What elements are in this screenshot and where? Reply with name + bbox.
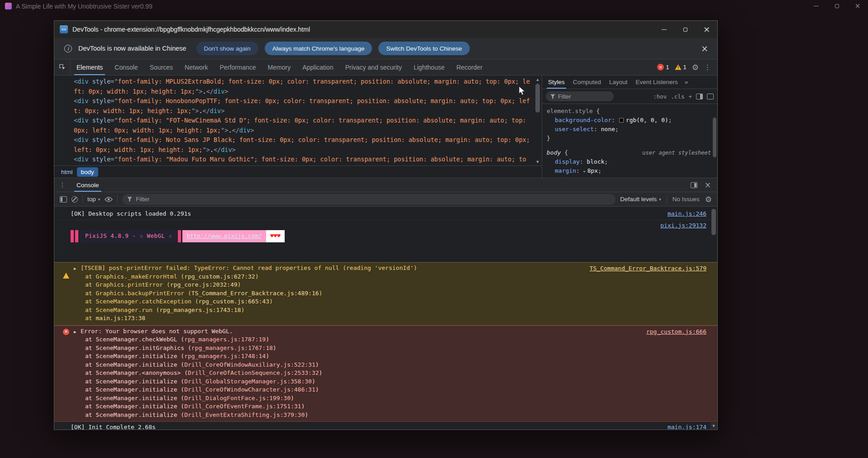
dom-node[interactable]: <div style="font-family: Noto Sans JP Bl… — [74, 135, 531, 155]
tab-memory[interactable]: Memory — [262, 59, 297, 75]
default-levels-dropdown[interactable]: Default levels▾ — [620, 196, 661, 203]
source-location-link[interactable]: main.js:174 — [668, 423, 706, 430]
more-options-icon[interactable]: ⋮ — [704, 63, 711, 71]
console-scrollbar[interactable]: ▼ — [711, 207, 717, 429]
switch-to-chinese-button[interactable]: Switch DevTools to Chinese — [378, 42, 469, 55]
stack-frame-link[interactable]: rpg_custom.js:665:43 — [198, 298, 269, 305]
css-rule[interactable]: element.style {background-color: rgb(0, … — [547, 107, 712, 143]
stack-frame-link[interactable]: rpg_custom.js:627:32 — [184, 273, 255, 280]
os-close-button[interactable]: × — [847, 0, 868, 12]
toggle-hover-state[interactable]: :hov — [653, 93, 667, 100]
tab-privacy-and-security[interactable]: Privacy and security — [339, 59, 408, 75]
stack-frame-link[interactable]: rpg_managers.js:1767:18 — [191, 345, 273, 351]
css-property[interactable]: user-select: none; — [547, 125, 712, 134]
error-icon: ✕ — [657, 64, 664, 71]
css-property[interactable]: background-color: rgb(0, 0, 0); — [547, 116, 712, 125]
stack-frame-link[interactable]: Drill_CoreOfWindowAuxiliary.js:522:31 — [184, 361, 315, 368]
tab-performance[interactable]: Performance — [214, 59, 262, 75]
source-location-link[interactable]: rpg_custom.js:666 — [646, 328, 706, 336]
match-language-button[interactable]: Always match Chrome's language — [265, 42, 372, 55]
console-sidebar-icon[interactable] — [60, 196, 67, 203]
breadcrumb-html[interactable]: html — [59, 168, 75, 176]
console-drawer: ⋮ Console × top▾ — [54, 178, 717, 430]
tab-application[interactable]: Application — [296, 59, 339, 75]
stack-frame-link[interactable]: Drill_DialogFontFace.js:199:30 — [184, 395, 291, 401]
stack-frame-link[interactable]: Drill_EventExtraShifting.js:379:30 — [184, 411, 305, 418]
tab-lighthouse[interactable]: Lighthouse — [408, 59, 451, 75]
breadcrumb-body[interactable]: body — [77, 167, 98, 177]
issues-counter[interactable]: No Issues — [672, 196, 700, 203]
filter-funnel-icon — [550, 94, 555, 99]
live-expression-eye-icon[interactable] — [105, 197, 113, 202]
stack-frame-link[interactable]: main.js:173:38 — [95, 315, 145, 321]
devtools-close-button[interactable]: × — [696, 21, 717, 38]
styles-tab-layout[interactable]: Layout — [605, 76, 632, 89]
color-swatch[interactable] — [619, 118, 624, 123]
scroll-down-icon[interactable]: ▼ — [534, 159, 541, 165]
infobar-close-icon[interactable]: × — [698, 43, 711, 53]
scroll-down-icon[interactable]: ▼ — [711, 422, 717, 429]
tab-elements[interactable]: Elements — [71, 59, 109, 75]
stack-frame-link[interactable]: rpg_managers.js:1787:19 — [184, 336, 266, 343]
dont-show-again-button[interactable]: Don't show again — [196, 42, 258, 55]
styles-scrollbar[interactable] — [712, 106, 717, 176]
drawer-tab-console[interactable]: Console — [71, 178, 105, 192]
new-style-rule-button[interactable]: + — [688, 93, 692, 100]
warning-count-badge[interactable]: 1 — [675, 64, 687, 71]
source-location-link[interactable]: main.js:246 — [668, 210, 706, 218]
console-settings-gear-icon[interactable]: ⚙ — [705, 195, 712, 204]
tab-overflow-icon[interactable]: » — [682, 76, 691, 89]
expand-arrow-icon[interactable]: ▶ — [74, 328, 76, 336]
stack-frame-link[interactable]: Drill_GlobalStorageManager.js:358:30 — [184, 378, 312, 385]
dom-node[interactable]: <div style="font-family: "Madou Futo Mar… — [74, 155, 531, 165]
css-property[interactable]: margin: ▸8px; — [547, 166, 712, 176]
warning-icon — [675, 64, 682, 70]
drawer-close-icon[interactable]: × — [705, 180, 711, 189]
tab-network[interactable]: Network — [179, 59, 214, 75]
pixijs-url-link[interactable]: http://www.pixijs.com/ — [187, 232, 262, 241]
css-property[interactable]: display: block; — [547, 157, 712, 166]
console-filter-input[interactable]: Filter — [122, 194, 615, 205]
devtools-maximize-button[interactable] — [675, 21, 696, 38]
styles-tab-styles[interactable]: Styles — [544, 76, 569, 89]
clear-console-icon[interactable] — [72, 196, 78, 203]
inspect-element-icon[interactable] — [54, 59, 71, 75]
breadcrumb: htmlbody — [54, 165, 542, 178]
expand-arrow-icon[interactable]: ▶ — [74, 264, 76, 273]
stack-frame-link[interactable]: Drill_CoreOfActionSequence.js:2533:32 — [188, 369, 319, 376]
context-selector[interactable]: top▾ — [87, 196, 100, 203]
dom-node[interactable]: <div style="font-family: "FOT-NewCinemaA… — [74, 116, 531, 135]
stack-frame-link[interactable]: rpg_managers.js:1743:18 — [159, 307, 241, 313]
devtools-minimize-button[interactable] — [653, 21, 675, 38]
os-minimize-button[interactable] — [806, 0, 826, 12]
tab-recorder[interactable]: Recorder — [450, 59, 488, 75]
scroll-up-icon[interactable]: ▲ — [534, 76, 541, 82]
css-rule[interactable]: body {user agent stylesheetdisplay: bloc… — [547, 148, 712, 178]
styles-tab-computed[interactable]: Computed — [569, 76, 605, 89]
styles-filter-input[interactable]: Filter — [546, 91, 614, 101]
dock-side-icon[interactable] — [691, 182, 697, 188]
source-location-link[interactable]: TS_Command_Error_Backtrace.js:579 — [590, 264, 706, 273]
tab-sources[interactable]: Sources — [144, 59, 179, 75]
os-maximize-button[interactable] — [826, 0, 847, 12]
tab-console[interactable]: Console — [109, 59, 143, 75]
expand-shorthand-icon[interactable]: ▸ — [583, 169, 586, 174]
layout-pane-icon[interactable] — [696, 94, 703, 99]
drawer-menu-icon[interactable]: ⋮ — [54, 178, 71, 192]
elements-scrollbar[interactable]: ▲ ▼ — [534, 76, 541, 165]
source-location-link[interactable]: pixi.js:29132 — [660, 222, 706, 230]
computed-pane-icon[interactable] — [707, 94, 714, 99]
stack-frame-link[interactable]: Drill_CoreOfWindowCharacter.js:486:31 — [184, 386, 315, 393]
toggle-classes[interactable]: .cls — [671, 93, 684, 100]
settings-gear-icon[interactable]: ⚙ — [692, 63, 699, 72]
pixijs-hearts: ♥♥♥ — [266, 230, 285, 242]
styles-tab-event-listeners[interactable]: Event Listeners — [632, 76, 682, 89]
dom-node[interactable]: <div style="font-family: HonobonoPopTTF;… — [74, 96, 531, 116]
stack-frame-link[interactable]: TS_Command_Error_Backtrace.js:489:16 — [191, 290, 319, 297]
styles-sidebar: StylesComputedLayoutEvent Listeners» Fil… — [542, 76, 717, 178]
dom-node[interactable]: <div style="font-family: MPLUS2ExtraBold… — [74, 77, 531, 96]
error-count-badge[interactable]: ✕ 1 — [657, 64, 669, 71]
stack-frame-link[interactable]: rpg_managers.js:1748:14 — [184, 353, 266, 359]
stack-frame-link[interactable]: rpg_core.js:2032:49 — [170, 281, 238, 288]
stack-frame-link[interactable]: Drill_CoreOfEventFrame.js:1751:31 — [184, 403, 301, 410]
